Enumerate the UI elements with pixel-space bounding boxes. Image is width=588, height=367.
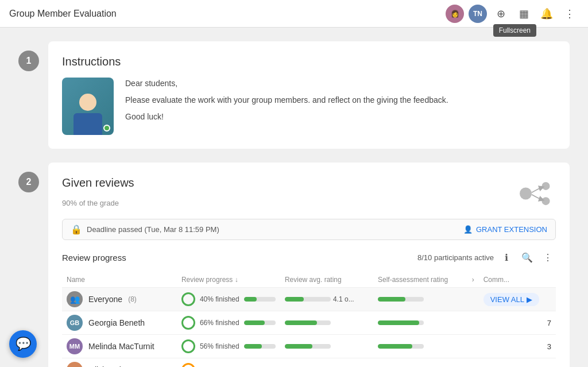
everyone-self-bar-bg <box>378 297 424 302</box>
chat-button[interactable]: 💬 <box>9 330 37 358</box>
name-cell: GB Georgia Beneth <box>62 311 177 335</box>
section-2-number: 2 <box>18 172 39 192</box>
col-review-progress[interactable]: Review progress ↓ <box>177 272 280 288</box>
name-cell: OJ Olivia Johnson <box>62 358 177 368</box>
review-progress-right: 8/10 participants active ℹ 🔍 ⋮ <box>417 249 556 265</box>
everyone-progress-circle <box>181 292 195 306</box>
instructions-content: Dear students, Please evaluate the work … <box>62 78 556 135</box>
self-rating-cell <box>373 335 467 358</box>
rating-cell <box>280 358 373 368</box>
progress-circle <box>181 363 195 367</box>
everyone-badge: (8) <box>128 295 137 303</box>
row-chevron <box>467 311 479 335</box>
everyone-row: 👥 Everyone (8) 40% finished <box>62 288 556 311</box>
teacher-figure <box>71 89 105 135</box>
info-icon[interactable]: ℹ <box>498 249 514 265</box>
grant-extension-label: GRANT EXTENSION <box>476 225 547 234</box>
rating-bar-fill <box>285 344 312 349</box>
view-all-label: VIEW ALL <box>490 295 524 304</box>
person-name: Georgia Beneth <box>88 318 145 327</box>
rating-bar-bg <box>285 344 331 349</box>
rating-bar-fill <box>285 320 317 325</box>
progress-circle <box>181 316 195 330</box>
row-chevron <box>467 335 479 358</box>
section-2-header: Given reviews 90% of the grade <box>62 176 556 217</box>
deadline-row: 🔒 Deadline passed (Tue, Mar 8 11:59 PM) … <box>62 219 556 240</box>
self-rating-bar-fill <box>378 344 412 349</box>
topbar-icons: 👩 TN ⊕ ▦ 🔔 ⋮ Fullscreen <box>446 5 579 23</box>
progress-bar-bg <box>244 344 276 349</box>
section-2-card: Given reviews 90% of the grade <box>48 163 570 367</box>
rating-cell <box>280 335 373 358</box>
deadline-label: Deadline passed (Tue, Mar 8 11:59 PM) <box>87 225 219 234</box>
section-1-number: 1 <box>18 51 39 71</box>
table-row: MM Melinda MacTurnit 56% finished <box>62 335 556 358</box>
teacher-head <box>79 94 96 111</box>
col-self-assessment: Self-assessment rating <box>373 272 467 288</box>
page-title: Group Member Evaluation <box>9 9 446 19</box>
teacher-online-indicator <box>103 125 110 132</box>
progress-cell: 54% finished <box>177 358 280 368</box>
everyone-label: Everyone <box>88 295 122 304</box>
person-name: Melinda MacTurnit <box>88 342 154 351</box>
more-options-icon[interactable]: ⋮ <box>540 249 556 265</box>
more-button[interactable]: ⋮ <box>560 5 579 23</box>
progress-bar-bg <box>244 320 276 325</box>
everyone-progress-cell: 40% finished <box>177 288 280 311</box>
self-rating-cell <box>373 358 467 368</box>
progress-wrap: 66% finished <box>181 316 276 330</box>
table-body: 👥 Everyone (8) 40% finished <box>62 288 556 368</box>
self-rating-bar-bg <box>378 344 424 349</box>
rating-bar-bg <box>285 320 331 325</box>
row-chevron <box>467 358 479 368</box>
play-icon: ▶ <box>527 295 532 304</box>
section-2-block: 2 Given reviews 90% of the grade <box>18 163 570 367</box>
view-all-button[interactable]: VIEW ALL ▶ <box>483 293 539 306</box>
review-progress-title: Review progress <box>62 253 126 262</box>
fullscreen-tooltip: Fullscreen <box>493 24 536 37</box>
everyone-comment-cell: VIEW ALL ▶ <box>479 288 556 311</box>
grant-extension-button[interactable]: 👤 GRANT EXTENSION <box>463 225 547 234</box>
comment-count: 7 <box>479 311 556 335</box>
teacher-body <box>74 113 102 135</box>
section-1-card: Instructions Dear students, Please evalu… <box>48 41 570 149</box>
everyone-group-avatar: 👥 <box>67 291 83 307</box>
table-row: OJ Olivia Johnson 54% finished <box>62 358 556 368</box>
everyone-rating-cell: 4.1 o... <box>280 288 373 311</box>
main-content: 1 Instructions Dear students, Please eva… <box>0 28 588 367</box>
lock-icon: 🔒 <box>71 224 82 235</box>
teacher-image <box>62 78 114 135</box>
progress-cell: 56% finished <box>177 335 280 358</box>
add-button[interactable]: ⊕ <box>492 5 510 23</box>
everyone-progress-wrap: 40% finished <box>181 292 276 306</box>
col-chevron[interactable]: › <box>467 272 479 288</box>
search-icon[interactable]: 🔍 <box>519 249 535 265</box>
comment-count: 3 <box>479 358 556 368</box>
instructions-signoff: Good luck! <box>125 111 448 123</box>
progress-text: 56% finished <box>200 342 239 350</box>
person-avatar: MM <box>67 338 83 354</box>
svg-point-1 <box>542 182 550 190</box>
section-1-title: Instructions <box>62 55 556 68</box>
everyone-progress-text: 40% finished <box>200 295 239 303</box>
everyone-progress-bar-fill <box>244 297 257 302</box>
person-avatar: OJ <box>67 362 83 367</box>
avatar-oj[interactable]: 👩 <box>446 5 464 23</box>
review-table: Name Review progress ↓ Review avg. ratin… <box>62 272 556 367</box>
present-button[interactable]: ▦ <box>514 5 533 23</box>
review-icon <box>516 176 556 211</box>
progress-text: 66% finished <box>200 319 239 327</box>
everyone-rating-wrap: 4.1 o... <box>285 295 369 303</box>
everyone-self-bar-fill <box>378 297 405 302</box>
table-row: GB Georgia Beneth 66% finished <box>62 311 556 335</box>
table-header: Name Review progress ↓ Review avg. ratin… <box>62 272 556 288</box>
section-2-subtitle: 90% of the grade <box>62 199 134 207</box>
progress-wrap: 54% finished <box>181 363 276 367</box>
svg-point-0 <box>520 188 532 200</box>
progress-circle <box>181 339 195 353</box>
everyone-name-group: 👥 Everyone (8) <box>67 291 172 307</box>
name-cell: MM Melinda MacTurnit <box>62 335 177 358</box>
avatar-tn[interactable]: TN <box>469 5 487 23</box>
bell-button[interactable]: 🔔 <box>537 5 556 23</box>
topbar: Group Member Evaluation 👩 TN ⊕ ▦ 🔔 ⋮ Ful… <box>0 0 588 28</box>
